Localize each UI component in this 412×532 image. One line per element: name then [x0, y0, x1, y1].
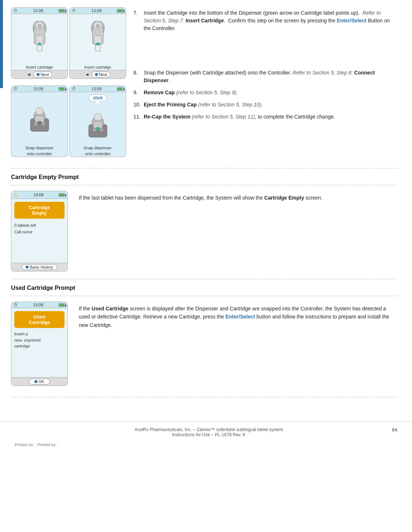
- basic-history-dot: [26, 266, 29, 269]
- uc-info-line3: cartridge: [14, 343, 65, 349]
- blue-accent-bar: [0, 0, 3, 88]
- device-topbar-1: ⏱ 13:09: [11, 8, 67, 14]
- page-footer: AcelRx Pharmaceuticals, Inc. – Zalviso™ …: [0, 421, 412, 441]
- uc-body: Used Cartridge Insert a new, unprimed ca…: [11, 308, 67, 377]
- svg-rect-18: [38, 121, 41, 124]
- device-label-1: Insert cartridge: [26, 64, 53, 70]
- ce-info: 0 tablets left Call nurse: [14, 222, 65, 235]
- ok-label: OK: [38, 379, 44, 384]
- time-display-1: 13:09: [33, 8, 43, 13]
- step7-number: 7.: [133, 9, 144, 32]
- uc-footer: OK: [11, 377, 67, 386]
- step7-enter-select: Enter/Select: [337, 18, 367, 23]
- nav-next-btn-2[interactable]: Next: [92, 72, 111, 77]
- device-body-1: [11, 14, 67, 64]
- svg-rect-25: [96, 127, 100, 130]
- uc-desc-text1: If the: [79, 306, 92, 311]
- device-screen-snap2: ⏱ 13:09 click: [69, 85, 126, 157]
- divider-2: [11, 185, 397, 185]
- ce-battery: [59, 193, 65, 197]
- nav-next-btn-1[interactable]: Next: [33, 72, 52, 77]
- snap-illustration-1: [25, 100, 54, 137]
- step8-number: 8.: [133, 69, 144, 84]
- basic-history-label: Basic History: [30, 265, 53, 269]
- svg-rect-14: [95, 43, 100, 45]
- step9-ref: (refer to Section 5, Step 9): [176, 90, 236, 95]
- insert-screen-row: ⏱ 13:09: [11, 7, 126, 79]
- device-topbar-snap2: ⏱ 13:09: [70, 86, 126, 92]
- footer-company: AcelRx Pharmaceuticals, Inc. – Zalviso™ …: [26, 427, 392, 432]
- basic-history-btn[interactable]: Basic History: [22, 264, 57, 270]
- uc-info-line2: new, unprimed: [14, 337, 65, 343]
- uc-time: 13:09: [33, 303, 43, 307]
- divider-3: [11, 279, 397, 279]
- nav-arrow-left-2: ◄: [85, 72, 89, 77]
- step7-11-text-col: 7. Insert the Cartridge into the bottom …: [133, 7, 397, 157]
- step9-item: 9. Remove Cap (refer to Section 5, Step …: [133, 89, 397, 96]
- device-label-snap2a: Snap dispenser: [84, 145, 111, 151]
- ce-title-line1: Cartridge: [19, 205, 59, 210]
- used-cartridge-btn: Used Cartridge: [14, 311, 65, 328]
- nav-dot-2: [95, 73, 98, 76]
- device-label-2: Insert cartridge: [84, 64, 111, 70]
- step10-bold: Eject the Priming Cap: [144, 102, 197, 108]
- step10-ref: (refer to Section 5, Step 10): [198, 102, 261, 108]
- snap-screen-row: ⏱ 13:09: [11, 85, 126, 157]
- uc-info: Insert a new, unprimed cartridge: [14, 331, 65, 349]
- ce-time: 13:09: [33, 193, 44, 197]
- step11-content: Re-Cap the System (refer to Section 5, S…: [144, 113, 397, 121]
- used-cartridge-text: If the Used Cartridge screen is displaye…: [79, 302, 397, 386]
- step8-content: Snap the Dispenser (with Cartridge attac…: [144, 69, 397, 84]
- ce-topbar: ⚠ 13:09: [11, 191, 67, 199]
- time-display-snap2: 13:09: [91, 87, 102, 91]
- ok-btn[interactable]: OK: [29, 379, 50, 385]
- ce-body: Cartridge Empty 0 tablets left Call nurs…: [11, 199, 67, 263]
- ce-desc-text2: screen.: [304, 195, 323, 201]
- battery-indicator-1: [59, 9, 65, 12]
- step11-ref: (refer to Section 5, Step 11): [192, 114, 255, 120]
- device-screen-insert2: ⏱ 13:09: [69, 7, 126, 79]
- device-topbar-snap1: ⏱ 13:09: [11, 86, 67, 92]
- step11-number: 11.: [133, 113, 144, 121]
- step8-item: 8. Snap the Dispenser (with Cartridge at…: [133, 69, 397, 84]
- device-label-snap1b: onto controller: [27, 151, 52, 157]
- nav-next-label-1: Next: [41, 72, 49, 77]
- click-bubble: click: [89, 94, 107, 102]
- step10-number: 10.: [133, 101, 144, 109]
- uc-topbar: ⏱ 13:09: [11, 302, 67, 308]
- used-cartridge-prompt-section: Used Cartridge Prompt ⏱ 13:09 Used Cartr…: [11, 285, 397, 386]
- ce-desc-bold: Cartridge Empty: [264, 195, 304, 201]
- cartridge-empty-block: ⚠ 13:09 Cartridge Empty 0 tablets left C…: [11, 191, 397, 272]
- used-cartridge-header: Used Cartridge Prompt: [11, 285, 397, 291]
- nav-next-label-2: Next: [99, 72, 107, 77]
- dispenser-illustration-2: [83, 21, 113, 58]
- device-body-snap1: [11, 92, 67, 145]
- battery-indicator-snap2: [117, 87, 124, 91]
- step7-item: 7. Insert the Cartridge into the bottom …: [133, 9, 397, 32]
- ce-footer: Basic History: [11, 263, 67, 271]
- uc-info-line1: Insert a: [14, 331, 65, 337]
- footer-center: AcelRx Pharmaceuticals, Inc. – Zalviso™ …: [26, 427, 392, 437]
- clock-icon: ⏱: [14, 8, 18, 13]
- device-topbar-2: ⏱ 13:09: [70, 8, 126, 14]
- cartridge-empty-header: Cartridge Empty Prompt: [11, 174, 397, 181]
- step7-bold: Insert Cartridge: [185, 18, 224, 23]
- time-display-snap1: 13:09: [33, 87, 43, 91]
- clock-icon-snap2: ⏱: [72, 87, 76, 91]
- device-screen-insert1: ⏱ 13:09: [11, 7, 68, 79]
- cartridge-empty-prompt-section: Cartridge Empty Prompt ⚠ 13:09 Cartridge…: [11, 174, 397, 272]
- warning-icon: ⚠: [14, 192, 18, 198]
- ok-dot: [34, 380, 37, 383]
- dispenser-illustration-1: [25, 21, 54, 58]
- svg-point-19: [34, 122, 38, 126]
- battery-indicator-snap1: [59, 87, 65, 91]
- device-body-snap2: click: [70, 92, 126, 145]
- battery-indicator-2: [117, 9, 124, 12]
- insert-cartridge-section: ⏱ 13:09: [11, 4, 397, 157]
- device-nav-2: ◄ Next: [70, 70, 126, 79]
- cartridge-empty-btn: Cartridge Empty: [14, 202, 65, 219]
- footer-printed: Printed on: ; Printed by: .: [0, 441, 412, 448]
- svg-point-27: [100, 128, 103, 132]
- svg-point-28: [94, 113, 102, 121]
- device-images-column: ⏱ 13:09: [11, 7, 126, 157]
